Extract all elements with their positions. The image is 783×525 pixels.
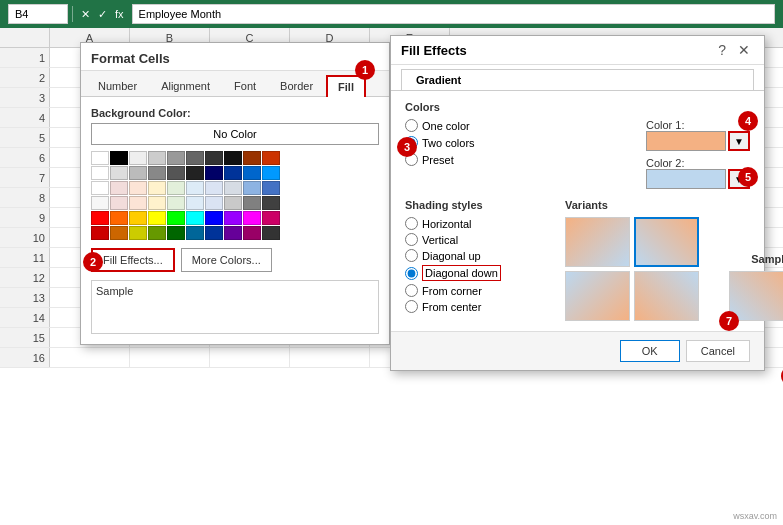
color-swatch[interactable] (262, 211, 280, 225)
fill-effects-button[interactable]: Fill Effects... (91, 248, 175, 272)
color-swatch[interactable] (262, 181, 280, 195)
color-swatch[interactable] (186, 151, 204, 165)
color-swatch[interactable] (224, 226, 242, 240)
color-swatch[interactable] (129, 196, 147, 210)
color-swatch[interactable] (91, 166, 109, 180)
color-swatch[interactable] (262, 226, 280, 240)
diagonal-down-option[interactable]: Diagonal down (405, 265, 545, 281)
from-center-option[interactable]: From center (405, 300, 545, 313)
from-center-radio[interactable] (405, 300, 418, 313)
color-swatch[interactable] (224, 166, 242, 180)
ok-button[interactable]: OK (620, 340, 680, 362)
color-swatch[interactable] (148, 166, 166, 180)
color-swatch[interactable] (205, 211, 223, 225)
color-swatch[interactable] (243, 211, 261, 225)
color-swatch[interactable] (129, 211, 147, 225)
from-corner-option[interactable]: From corner (405, 284, 545, 297)
color-swatch[interactable] (243, 166, 261, 180)
variant-4[interactable] (634, 271, 699, 321)
color-palette (91, 151, 379, 240)
cell-reference-box[interactable] (8, 4, 68, 24)
diagonal-down-radio[interactable] (405, 267, 418, 280)
color-swatch[interactable] (148, 211, 166, 225)
color-swatch[interactable] (205, 196, 223, 210)
vertical-option[interactable]: Vertical (405, 233, 545, 246)
color-swatch[interactable] (224, 151, 242, 165)
color-swatch[interactable] (205, 181, 223, 195)
horizontal-option[interactable]: Horizontal (405, 217, 545, 230)
preset-option[interactable]: Preset (405, 153, 475, 166)
tab-alignment[interactable]: Alignment (150, 75, 221, 96)
color-swatch[interactable] (262, 166, 280, 180)
formula-bar[interactable] (132, 4, 775, 24)
color-swatch[interactable] (186, 226, 204, 240)
color-swatch[interactable] (186, 181, 204, 195)
color-swatch[interactable] (224, 196, 242, 210)
from-corner-radio[interactable] (405, 284, 418, 297)
color-swatch[interactable] (186, 166, 204, 180)
variant-1[interactable] (565, 217, 630, 267)
variant-3[interactable] (565, 271, 630, 321)
vertical-radio[interactable] (405, 233, 418, 246)
one-color-option[interactable]: One color (405, 119, 475, 132)
confirm-button[interactable]: ✓ (94, 6, 111, 23)
color-swatch[interactable] (91, 196, 109, 210)
color-swatch[interactable] (224, 181, 242, 195)
color-swatch[interactable] (110, 166, 128, 180)
color-swatch[interactable] (91, 181, 109, 195)
format-cells-titlebar: Format Cells (81, 43, 389, 71)
color-swatch[interactable] (167, 166, 185, 180)
color-swatch[interactable] (148, 181, 166, 195)
color-swatch[interactable] (110, 196, 128, 210)
color-swatch[interactable] (148, 226, 166, 240)
color-swatch[interactable] (262, 151, 280, 165)
color-swatch[interactable] (186, 196, 204, 210)
color-swatch[interactable] (262, 196, 280, 210)
color-swatch[interactable] (129, 151, 147, 165)
tab-gradient[interactable]: Gradient (401, 69, 754, 90)
color-swatch[interactable] (243, 181, 261, 195)
color-swatch[interactable] (243, 226, 261, 240)
color-swatch[interactable] (205, 226, 223, 240)
tab-font[interactable]: Font (223, 75, 267, 96)
color-swatch[interactable] (91, 226, 109, 240)
diagonal-up-option[interactable]: Diagonal up (405, 249, 545, 262)
color-swatch[interactable] (91, 151, 109, 165)
color-swatch[interactable] (148, 151, 166, 165)
variant-2[interactable] (634, 217, 699, 267)
color-swatch[interactable] (110, 226, 128, 240)
color-swatch[interactable] (205, 151, 223, 165)
more-colors-button[interactable]: More Colors... (181, 248, 272, 272)
color-swatch[interactable] (110, 211, 128, 225)
format-cells-tabs[interactable]: Number Alignment Font Border Fill (81, 71, 389, 97)
tab-border[interactable]: Border (269, 75, 324, 96)
color-swatch[interactable] (110, 181, 128, 195)
no-color-button[interactable]: No Color (91, 123, 379, 145)
color-swatch[interactable] (91, 211, 109, 225)
color-swatch[interactable] (224, 211, 242, 225)
color-swatch[interactable] (205, 166, 223, 180)
color-swatch[interactable] (243, 196, 261, 210)
color-swatch[interactable] (167, 181, 185, 195)
cancel-dialog-button[interactable]: Cancel (686, 340, 750, 362)
diagonal-up-radio[interactable] (405, 249, 418, 262)
color-swatch[interactable] (186, 211, 204, 225)
color1-dropdown-button[interactable]: ▼ (728, 131, 750, 151)
horizontal-radio[interactable] (405, 217, 418, 230)
excel-toolbar: ✕ ✓ fx (0, 0, 783, 28)
color-swatch[interactable] (167, 151, 185, 165)
help-button[interactable]: ? (714, 42, 730, 58)
color-swatch[interactable] (110, 151, 128, 165)
color-swatch[interactable] (167, 211, 185, 225)
color-swatch[interactable] (167, 196, 185, 210)
color-swatch[interactable] (167, 226, 185, 240)
color-swatch[interactable] (129, 166, 147, 180)
close-button[interactable]: ✕ (734, 42, 754, 58)
color-swatch[interactable] (243, 151, 261, 165)
one-color-radio[interactable] (405, 119, 418, 132)
color-swatch[interactable] (129, 181, 147, 195)
cancel-button[interactable]: ✕ (77, 6, 94, 23)
color-swatch[interactable] (129, 226, 147, 240)
tab-number[interactable]: Number (87, 75, 148, 96)
color-swatch[interactable] (148, 196, 166, 210)
